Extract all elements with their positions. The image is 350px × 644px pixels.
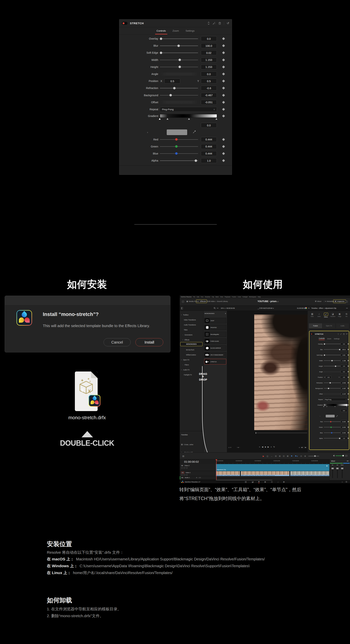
tree-item[interactable]: ∨Effects bbox=[180, 338, 204, 342]
menu-item[interactable]: Timeline bbox=[205, 296, 210, 298]
tab-openfx[interactable]: Open FX bbox=[322, 324, 336, 328]
more-icon[interactable]: ••• bbox=[217, 307, 219, 309]
deliver-page-icon[interactable]: ▶ bbox=[283, 481, 285, 483]
mixer-button[interactable]: Mixer bbox=[315, 300, 321, 302]
keyframe-icon[interactable] bbox=[222, 152, 225, 155]
keyframe-icon[interactable] bbox=[347, 438, 349, 439]
keyframe-icon[interactable] bbox=[222, 159, 225, 162]
blur-slider[interactable] bbox=[324, 349, 341, 350]
fx-item-crop[interactable]: CROP bbox=[204, 318, 226, 324]
reset-icon[interactable]: ↺ bbox=[346, 333, 347, 335]
search-icon[interactable] bbox=[214, 307, 216, 309]
red-value[interactable]: 0.444 bbox=[340, 420, 347, 423]
angle-thumbwheel[interactable] bbox=[160, 72, 198, 76]
overlay-value[interactable]: 0.0 bbox=[201, 36, 217, 41]
keyframe-icon[interactable] bbox=[222, 145, 225, 148]
tree-item[interactable]: MrAlexTech bbox=[180, 348, 204, 352]
enable-icon[interactable] bbox=[186, 474, 188, 476]
timeline-clip[interactable]: 428169_Model_Young_Bathtub_Sitting_By_Om… bbox=[216, 471, 240, 476]
cancel-button[interactable]: Cancel bbox=[104, 338, 131, 346]
metadata-button[interactable]: ⋮≡Metadata bbox=[323, 300, 334, 302]
menu-item[interactable]: Mark bbox=[216, 296, 219, 298]
keyframe-icon[interactable] bbox=[222, 138, 225, 141]
fx-item-monomagnifier[interactable]: +MonoMagnifier bbox=[204, 332, 226, 337]
tab-video[interactable]: ▦Video bbox=[309, 313, 315, 322]
width-value[interactable]: 1.166 bbox=[340, 359, 347, 362]
green-value[interactable]: 0.444 bbox=[201, 144, 217, 149]
replace-clip-icon[interactable]: ⊠ bbox=[287, 455, 288, 457]
insert-clip-icon[interactable]: ⊞ bbox=[279, 455, 280, 457]
tab-controls[interactable]: Controls bbox=[156, 30, 166, 32]
overlay-value[interactable]: 0.0 bbox=[340, 342, 347, 346]
timeline-zoom-slider[interactable] bbox=[308, 456, 319, 456]
soft-edge-slider[interactable] bbox=[160, 52, 198, 54]
eyedropper-icon[interactable] bbox=[193, 130, 196, 134]
position-x-value[interactable]: 0.5 bbox=[326, 376, 331, 379]
alpha-value[interactable]: 1.0 bbox=[340, 437, 347, 440]
home-icon[interactable]: ⌂ bbox=[342, 481, 343, 483]
dynamic-trim-icon[interactable]: ↔ bbox=[271, 455, 273, 457]
blue-slider[interactable] bbox=[160, 152, 198, 155]
width-value[interactable]: 1.153 bbox=[201, 57, 217, 62]
color-swatch[interactable] bbox=[167, 130, 187, 135]
menu-item[interactable]: DaVinci Resolve bbox=[181, 296, 192, 298]
tree-item[interactable]: WilliamJustice bbox=[180, 353, 204, 356]
tab-zoom[interactable]: Zoom bbox=[172, 30, 179, 32]
fusion-page-icon[interactable]: ◉ bbox=[264, 481, 266, 483]
step-back-icon[interactable]: ◀ bbox=[262, 446, 263, 448]
expander-chevron-icon[interactable]: › bbox=[147, 131, 148, 134]
fx-group-header[interactable]: MONONODES∧ bbox=[205, 313, 226, 314]
keyframe-icon[interactable] bbox=[347, 388, 349, 389]
blue-value[interactable]: 0.444 bbox=[201, 151, 217, 156]
background-slider[interactable] bbox=[324, 388, 341, 389]
expand-collapse-icon[interactable] bbox=[337, 333, 339, 335]
color-swatch[interactable] bbox=[326, 415, 335, 417]
fx-item-sliced-mirror[interactable]: SLICED-MIRROR bbox=[204, 345, 226, 351]
tab-effects[interactable]: Effects bbox=[322, 313, 329, 322]
speaker-icon[interactable] bbox=[333, 455, 334, 456]
menu-item[interactable]: Fusion bbox=[232, 296, 236, 298]
refraction-slider[interactable] bbox=[324, 382, 341, 384]
gradient-stop-value[interactable]: 0.0 bbox=[340, 409, 347, 412]
keyframe-icon[interactable] bbox=[347, 354, 349, 356]
menu-item[interactable]: View bbox=[220, 296, 223, 298]
gradient-bar[interactable] bbox=[324, 404, 347, 406]
trash-icon[interactable] bbox=[219, 22, 221, 25]
eyedropper-icon[interactable] bbox=[336, 414, 338, 418]
selection-tool-icon[interactable]: ▶ bbox=[263, 455, 264, 457]
offset-thumbwheel[interactable] bbox=[160, 101, 198, 104]
color-page-icon[interactable]: ◎ bbox=[271, 481, 273, 483]
tab-file[interactable]: ⧉File bbox=[343, 313, 350, 322]
keyframe-icon[interactable] bbox=[347, 376, 349, 378]
offset-thumbwheel[interactable] bbox=[324, 393, 341, 395]
expand-collapse-icon[interactable] bbox=[208, 22, 210, 25]
viewer-mode-select[interactable]: ▭ ∨ bbox=[228, 446, 231, 448]
gear-icon[interactable] bbox=[345, 481, 347, 483]
lock-icon[interactable] bbox=[181, 467, 183, 468]
offset-value[interactable]: -0.247 bbox=[340, 392, 347, 395]
keyframe-icon[interactable] bbox=[347, 360, 349, 361]
razor-tool-icon[interactable]: ⊟ bbox=[275, 455, 276, 457]
keyframe-icon[interactable] bbox=[222, 108, 225, 111]
adjustment-clip[interactable]: Adjustment Clip bbox=[216, 464, 329, 471]
background-value[interactable]: -0.467 bbox=[201, 93, 217, 98]
marker-icon[interactable]: ⚑∨ bbox=[295, 455, 298, 457]
timeline-clip[interactable]: 428171_Model_Young_Face_Skin_By_Omni_Oha… bbox=[241, 471, 290, 476]
play-icon[interactable]: ▶ bbox=[268, 446, 269, 448]
audio-track-lane[interactable] bbox=[216, 476, 329, 480]
next-edit-icon[interactable]: |◀ bbox=[304, 446, 306, 448]
soft-edge-value[interactable]: 0.02 bbox=[201, 50, 217, 55]
menu-item[interactable]: Edit bbox=[197, 296, 199, 298]
jog-control[interactable]: ‹ ● › bbox=[237, 446, 240, 448]
background-slider[interactable] bbox=[160, 94, 198, 96]
keyframe-icon[interactable] bbox=[347, 349, 349, 350]
keyframe-icon[interactable] bbox=[347, 371, 349, 372]
keyframe-icon[interactable] bbox=[347, 366, 349, 367]
red-value[interactable]: 0.444 bbox=[201, 137, 217, 142]
menu-item[interactable]: Fairlight bbox=[242, 296, 248, 298]
overlay-slider[interactable] bbox=[324, 343, 341, 345]
effect-enable-toggle[interactable] bbox=[311, 333, 314, 335]
fader-a2[interactable] bbox=[335, 466, 339, 478]
auto-select-icon[interactable] bbox=[184, 467, 185, 468]
keyframe-icon[interactable] bbox=[222, 44, 225, 47]
